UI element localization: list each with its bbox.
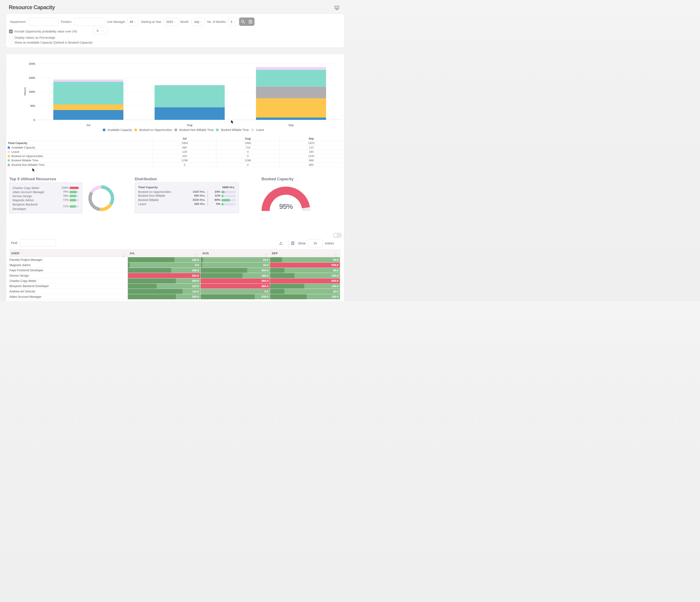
svg-text:2400.: 2400. xyxy=(29,76,36,79)
svg-text:0.: 0. xyxy=(33,118,36,122)
svg-text:Aug: Aug xyxy=(187,124,192,127)
svg-text:3200.: 3200. xyxy=(29,62,36,66)
svg-text:Jul: Jul xyxy=(86,124,91,127)
svg-text:1600.: 1600. xyxy=(29,90,36,93)
svg-text:Sep: Sep xyxy=(289,124,294,127)
svg-text:800.: 800. xyxy=(30,104,36,107)
svg-text:Hours: Hours xyxy=(23,87,26,96)
